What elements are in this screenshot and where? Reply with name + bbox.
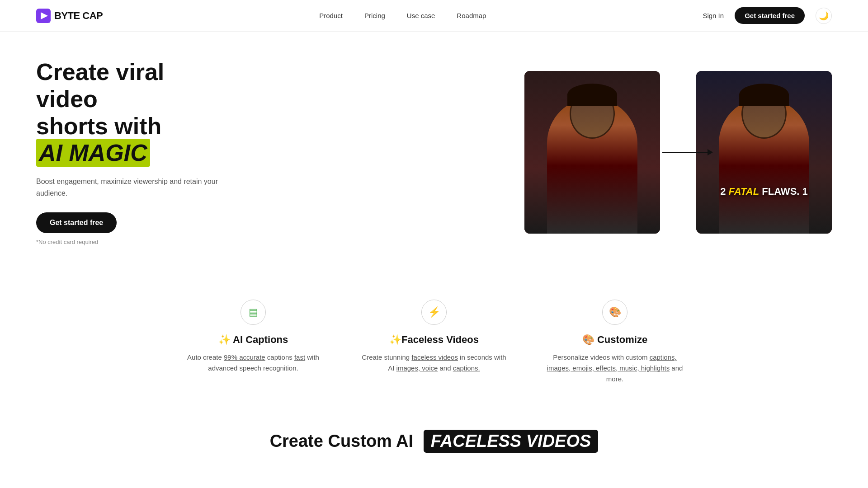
hero-text: Create viral video shorts with AI MAGIC … [36, 59, 226, 245]
captions-link[interactable]: captions. [453, 364, 480, 372]
logo-text: BYTE CAP [54, 10, 103, 22]
faceless-videos-icon-wrap: ⚡ [421, 300, 447, 325]
faceless-badge: FACELESS VIDEOS [424, 430, 599, 453]
images-voice-link[interactable]: images, voice [396, 364, 438, 372]
hero-title-line2: shorts with [36, 113, 161, 139]
nav-get-started-button[interactable]: Get started free [735, 7, 805, 24]
hero-subtitle: Boost engagement, maximize viewership an… [36, 176, 226, 199]
nav-item-product[interactable]: Product [319, 12, 343, 20]
ai-captions-title: ✨ AI Captions [181, 334, 326, 346]
customize-desc: Personalize videos with custom captions,… [542, 352, 687, 385]
hero-no-credit: *No credit card required [36, 239, 226, 245]
nav-link-product[interactable]: Product [319, 12, 343, 19]
person-hair-right [739, 84, 789, 106]
bottom-section: Create Custom AI FACELESS VIDEOS [0, 412, 868, 471]
accurate-link[interactable]: 99% accurate [224, 353, 265, 361]
nav-link-roadmap[interactable]: Roadmap [457, 12, 486, 19]
hero-title-highlight: AI MAGIC [36, 139, 150, 167]
theme-toggle-button[interactable]: 🌙 [816, 8, 832, 24]
logo-icon [36, 9, 51, 23]
hero-section: Create viral video shorts with AI MAGIC … [0, 32, 868, 272]
bottom-heading-prefix: Create Custom AI [270, 432, 413, 450]
arrow-connector [662, 149, 713, 155]
arrow-line [662, 152, 708, 153]
feature-faceless-videos: ⚡ ✨Faceless Videos Create stunning facel… [362, 300, 506, 385]
faceless-videos-title: ✨Faceless Videos [362, 334, 506, 346]
video-after-placeholder: 2 FATAL FLAWS. 1 [696, 71, 832, 234]
customize-title: 🎨 Customize [542, 334, 687, 346]
nav-item-usecase[interactable]: Use case [407, 12, 435, 20]
hero-title: Create viral video shorts with AI MAGIC [36, 59, 226, 167]
faceless-link[interactable]: faceless videos [411, 353, 458, 361]
captions-icon: ▤ [249, 306, 258, 318]
feature-customize: 🎨 🎨 Customize Personalize videos with cu… [542, 300, 687, 385]
customize-icon-wrap: 🎨 [602, 300, 627, 325]
nav-link-pricing[interactable]: Pricing [364, 12, 385, 19]
video-card-before [524, 71, 660, 234]
nav-right: Sign In Get started free 🌙 [703, 7, 832, 24]
hero-cta-button[interactable]: Get started free [36, 212, 117, 233]
customize-link[interactable]: captions, images, emojis, effects, music… [547, 353, 677, 372]
features-section: ▤ ✨ AI Captions Auto create 99% accurate… [0, 272, 868, 412]
nav-links: Product Pricing Use case Roadmap [319, 12, 486, 20]
logo[interactable]: BYTE CAP [36, 9, 103, 23]
hero-title-line1: Create viral video [36, 59, 164, 112]
arrow-head-icon [708, 149, 713, 155]
moon-icon: 🌙 [819, 11, 829, 21]
fatal-text: FATAL [729, 186, 760, 197]
sign-in-button[interactable]: Sign In [703, 12, 724, 19]
bottom-heading: Create Custom AI FACELESS VIDEOS [36, 430, 832, 453]
fast-link[interactable]: fast [294, 353, 305, 361]
nav-item-roadmap[interactable]: Roadmap [457, 12, 486, 20]
nav-link-usecase[interactable]: Use case [407, 12, 435, 19]
person-hair-left [567, 84, 617, 106]
lightning-icon: ⚡ [428, 306, 440, 318]
palette-icon: 🎨 [609, 306, 621, 318]
feature-ai-captions: ▤ ✨ AI Captions Auto create 99% accurate… [181, 300, 326, 385]
video-before-placeholder [524, 71, 660, 234]
faceless-videos-desc: Create stunning faceless videos in secon… [362, 352, 506, 374]
nav-item-pricing[interactable]: Pricing [364, 12, 385, 20]
hero-videos-wrapper: 2 FATAL FLAWS. 1 [524, 71, 832, 234]
ai-captions-icon-wrap: ▤ [241, 300, 266, 325]
video-overlay-text: 2 FATAL FLAWS. 1 [720, 186, 808, 197]
video-card-after: 2 FATAL FLAWS. 1 [696, 71, 832, 234]
ai-captions-desc: Auto create 99% accurate captions fast w… [181, 352, 326, 374]
navbar: BYTE CAP Product Pricing Use case Roadma… [0, 0, 868, 32]
